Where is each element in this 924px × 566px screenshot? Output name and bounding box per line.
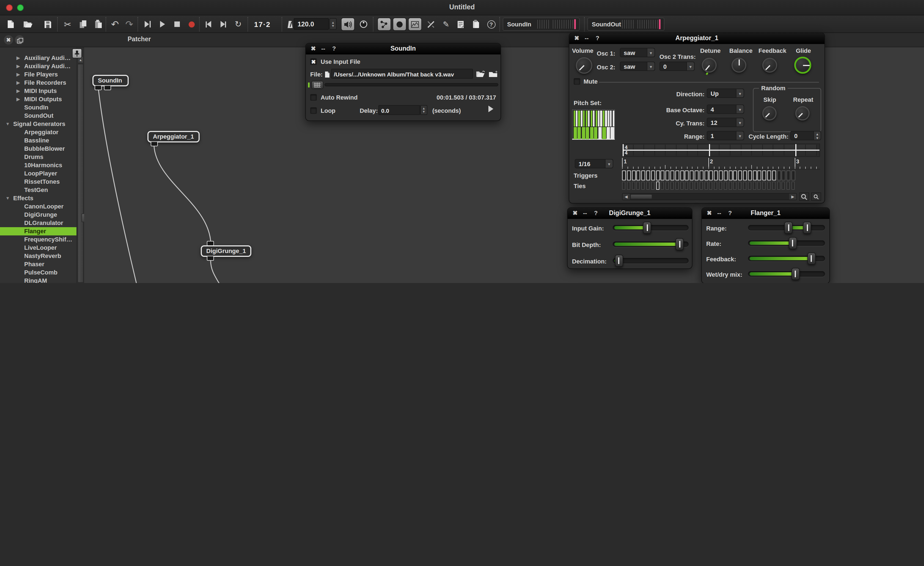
tie-cell[interactable]: [627, 182, 630, 190]
tie-cell[interactable]: [680, 182, 683, 190]
patcher-view-toggle[interactable]: [377, 18, 391, 31]
sidebar-item-frequencyshif-[interactable]: FrequencyShif…: [0, 236, 76, 244]
tie-cell[interactable]: [637, 182, 640, 190]
flanger-panel[interactable]: ✖ -- ? Flanger_1 Range:Rate:Feedback:Wet…: [701, 207, 830, 283]
pitch-key[interactable]: [611, 127, 614, 139]
tie-cell[interactable]: [685, 182, 688, 190]
pitch-key-top[interactable]: [605, 111, 607, 126]
arp-scroll-left[interactable]: ◀: [622, 194, 630, 200]
float-palette-icon[interactable]: [15, 35, 24, 45]
pitch-key-top[interactable]: [590, 111, 592, 126]
sidebar-item-soundout[interactable]: SoundOut: [0, 112, 76, 120]
sidebar-item-canonlooper[interactable]: CanonLooper: [0, 203, 76, 211]
sidebar-scroll-thumb[interactable]: [78, 64, 84, 283]
pitch-set-keyboard[interactable]: [572, 110, 615, 140]
sidebar-item-file-players[interactable]: ▶File Players: [0, 71, 76, 79]
pitch-key-top[interactable]: [610, 111, 612, 126]
delay-field[interactable]: 0.0: [378, 105, 420, 115]
soundin-output-port-2[interactable]: [104, 85, 111, 90]
arp-scroll-right[interactable]: ▶: [789, 194, 796, 200]
flanger-panel-titlebar[interactable]: ✖ -- ? Flanger_1: [702, 208, 830, 219]
save-button[interactable]: [42, 19, 54, 30]
sidebar-item-auxiliary-audi-[interactable]: ▶Auxiliary Audi…: [0, 54, 76, 62]
trigger-cell[interactable]: [719, 171, 723, 180]
trigger-cell[interactable]: [792, 171, 795, 180]
trigger-cell[interactable]: [675, 171, 679, 180]
pitch-key[interactable]: [594, 127, 598, 139]
pitch-key-top[interactable]: [593, 111, 594, 126]
metronome-toggle-icon[interactable]: [357, 19, 370, 30]
tie-cell[interactable]: [782, 182, 785, 190]
tie-cell[interactable]: [704, 182, 708, 190]
sidebar-item-midi-outputs[interactable]: ▶MIDI Outputs: [0, 95, 76, 104]
tie-cell[interactable]: [661, 182, 664, 190]
pitch-key-top[interactable]: [578, 111, 580, 126]
tie-cell[interactable]: [738, 182, 741, 190]
trigger-cell[interactable]: [666, 171, 669, 180]
arp-timesig-strip[interactable]: 44: [622, 144, 820, 157]
trigger-cell[interactable]: [734, 171, 737, 180]
redo-button[interactable]: ↷: [123, 19, 135, 30]
sidebar-item-soundin[interactable]: SoundIn: [0, 104, 76, 112]
tie-cell[interactable]: [709, 182, 712, 190]
slider-handle[interactable]: [615, 255, 623, 267]
play-button[interactable]: [156, 19, 168, 30]
tie-cell[interactable]: [700, 182, 703, 190]
sidebar-item-digigrunge[interactable]: DigiGrunge: [0, 211, 76, 219]
use-input-file-checkbox[interactable]: ✖: [310, 58, 317, 65]
pitch-key-top[interactable]: [586, 111, 587, 126]
slider-range-[interactable]: [748, 222, 825, 233]
trigger-cell[interactable]: [690, 171, 693, 180]
slider-track[interactable]: [613, 258, 688, 263]
save-file-button[interactable]: [487, 69, 498, 78]
slider-decimation-[interactable]: [613, 255, 688, 266]
digigrunge-panel[interactable]: ✖ -- ? DigiGrunge_1 Input Gain:Bit Depth…: [567, 207, 693, 269]
slider-handle[interactable]: [807, 252, 815, 264]
trigger-cell[interactable]: [680, 171, 684, 180]
detune-knob[interactable]: [702, 58, 717, 73]
tie-cell[interactable]: [651, 182, 654, 190]
trigger-cell[interactable]: [656, 171, 660, 180]
arp-scrollbar[interactable]: ◀ ▶: [622, 193, 797, 200]
cycle-length-spin[interactable]: 0▲▼: [790, 131, 821, 140]
input-file-field[interactable]: /Users/.../Unknown Album/That back v3.wa…: [331, 69, 473, 79]
sidebar-item-arpeggiator[interactable]: Arpeggiator: [0, 128, 76, 137]
browse-file-button[interactable]: [475, 69, 486, 78]
tie-cell[interactable]: [719, 182, 722, 190]
slider-rate-[interactable]: [748, 238, 825, 249]
sidebar-item-ringam[interactable]: RingAM: [0, 277, 76, 283]
sidebar-item-dlgranulator[interactable]: DLGranulator: [0, 219, 76, 227]
trigger-cell[interactable]: [753, 171, 756, 180]
trigger-cell[interactable]: [709, 171, 713, 180]
node-soundin[interactable]: SoundIn: [92, 75, 129, 86]
pitch-key-top[interactable]: [608, 111, 609, 126]
sidebar-item-livelooper[interactable]: LiveLooper: [0, 244, 76, 252]
pitch-key-top[interactable]: [598, 111, 600, 126]
tie-cell[interactable]: [666, 182, 669, 190]
stop-button[interactable]: [171, 19, 183, 30]
auto-rewind-checkbox[interactable]: [310, 94, 317, 101]
tie-cell[interactable]: [748, 182, 751, 190]
pitch-key-top[interactable]: [603, 111, 604, 126]
pitch-key-top[interactable]: [583, 111, 585, 126]
trigger-cell[interactable]: [622, 171, 626, 180]
trigger-cell[interactable]: [637, 171, 640, 180]
expand-arrow-icon[interactable]: ▶: [16, 89, 20, 93]
pitch-key[interactable]: [603, 127, 606, 139]
tie-cell[interactable]: [758, 182, 761, 190]
tempo-stepper[interactable]: ▲▼: [330, 18, 337, 30]
trigger-cell[interactable]: [704, 171, 708, 180]
tie-cell[interactable]: [767, 182, 771, 190]
trigger-cell[interactable]: [772, 171, 776, 180]
soundin-scrub-grip[interactable]: [311, 81, 323, 89]
slider-wet-dry-mix-[interactable]: [748, 269, 825, 279]
delay-stepper[interactable]: ▲▼: [420, 105, 428, 115]
mute-checkbox[interactable]: [574, 78, 580, 85]
tie-cell[interactable]: [743, 182, 746, 190]
trigger-cell[interactable]: [670, 171, 674, 180]
slider-handle-low[interactable]: [784, 222, 793, 234]
base-octave-select[interactable]: 4▼: [707, 105, 744, 114]
tie-cell[interactable]: [694, 182, 698, 190]
expand-arrow-icon[interactable]: ▶: [16, 56, 20, 60]
loop-button[interactable]: ↻: [232, 19, 244, 30]
